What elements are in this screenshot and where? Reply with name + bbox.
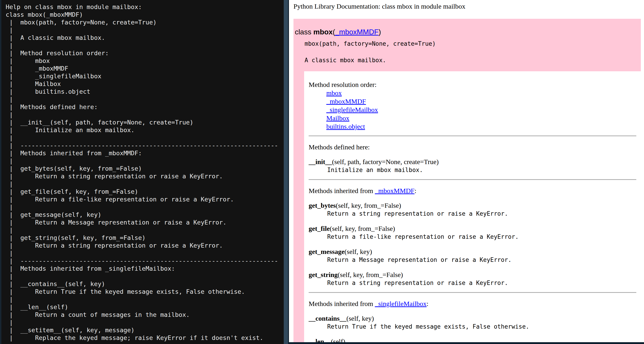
- terminal-line: | --------------------------------------…: [6, 257, 284, 265]
- mro-link[interactable]: mbox: [326, 89, 342, 97]
- mro-heading: Method resolution order:: [309, 80, 636, 89]
- terminal-line: | A classic mbox mailbox.: [6, 34, 284, 42]
- mro-link[interactable]: builtins.object: [326, 122, 365, 131]
- method-signature: get_message(self, key): [309, 247, 636, 256]
- terminal-line: | __init__(self, path, factory=None, cre…: [6, 119, 284, 126]
- mro-link[interactable]: _mboxMMDF: [326, 97, 366, 105]
- section-divider: [309, 179, 636, 180]
- method-doc: Return a Message representation or raise…: [327, 256, 636, 264]
- terminal-line: |: [6, 26, 284, 34]
- method-entry: __init__(self, path, factory=None, creat…: [309, 158, 636, 174]
- mro-link[interactable]: Mailbox: [326, 114, 350, 122]
- terminal-line: | mbox: [6, 57, 284, 65]
- inherited-class-link[interactable]: _singlefileMailbox: [375, 300, 426, 307]
- method-args: (self, path, factory=None, create=True): [332, 158, 438, 165]
- terminal-line: | Return True if the keyed message exist…: [6, 288, 284, 296]
- section-divider: [309, 136, 636, 136]
- method-name: get_string: [309, 271, 338, 278]
- method-name: __contains__: [309, 315, 346, 322]
- terminal-line: | Methods inherited from _mboxMMDF:: [6, 149, 284, 157]
- terminal-line: | Return a count of messages in the mail…: [6, 311, 284, 319]
- section-heading: Methods defined here:: [309, 143, 636, 151]
- terminal-line: |: [6, 111, 284, 119]
- terminal-pane[interactable]: Help on class mbox in module mailbox: cl…: [0, 0, 284, 344]
- terminal-line: |: [6, 249, 284, 257]
- section-heading-text: Methods inherited from: [309, 187, 375, 194]
- mro-list: mbox _mboxMMDF _singlefileMailbox Mailbo…: [326, 89, 636, 131]
- terminal-line: |: [6, 273, 284, 280]
- method-args: (self, key): [346, 315, 374, 322]
- class-name: mbox: [314, 28, 333, 36]
- terminal-line: | __len__(self): [6, 303, 284, 311]
- terminal-line: | _mboxMMDF: [6, 65, 284, 72]
- method-doc: Return a string representation or raise …: [327, 279, 636, 287]
- method-name: __init__: [309, 158, 332, 165]
- class-base-link[interactable]: _mboxMMDF: [335, 28, 378, 36]
- class-keyword: class: [295, 28, 314, 36]
- method-signature: __contains__(self, key): [309, 314, 636, 323]
- method-args: (self, key): [344, 248, 372, 255]
- terminal-line: | Return a string representation or rais…: [6, 242, 284, 249]
- method-doc: Return True if the keyed message exists,…: [327, 323, 636, 331]
- method-name: get_file: [309, 225, 330, 232]
- terminal-line: | get_bytes(self, key, from_=False): [6, 165, 284, 172]
- section-heading-suffix: :: [414, 187, 416, 194]
- method-args: (self, key, from_=False): [336, 202, 401, 209]
- terminal-line: | mbox(path, factory=None, create=True): [6, 18, 284, 26]
- method-name: get_bytes: [309, 202, 336, 209]
- terminal-line: | Methods inherited from _singlefileMail…: [6, 265, 284, 273]
- class-detail-panel: Method resolution order: mbox _mboxMMDF …: [304, 71, 641, 344]
- terminal-left-edge: [0, 0, 1, 344]
- terminal-line: |: [6, 157, 284, 165]
- terminal-line: | Replace the keyed message; raise KeyEr…: [6, 334, 284, 342]
- method-entry: get_string(self, key, from_=False) Retur…: [309, 271, 636, 287]
- terminal-line: | get_file(self, key, from_=False): [6, 188, 284, 196]
- screen: Help on class mbox in module mailbox: cl…: [0, 0, 644, 344]
- section-heading: Methods inherited from _singlefileMailbo…: [309, 300, 636, 308]
- terminal-line: | get_string(self, key, from_=False): [6, 234, 284, 242]
- section-divider: [309, 292, 636, 293]
- terminal-line: |: [6, 42, 284, 49]
- method-entry: get_file(self, key, from_=False) Return …: [309, 224, 636, 241]
- terminal-line: class mbox(_mboxMMDF): [6, 11, 284, 18]
- class-signature: mbox(path, factory=None, create=True): [304, 40, 641, 48]
- inherited-class-link[interactable]: _mboxMMDF: [375, 187, 414, 194]
- pydoc-browser-pane[interactable]: Python Library Documentation: class mbox…: [289, 0, 644, 344]
- paren-close: ): [378, 28, 381, 36]
- class-section: class mbox(_mboxMMDF) mbox(path, factory…: [294, 19, 641, 344]
- terminal-line: | Return a file-like representation or r…: [6, 196, 284, 203]
- terminal-line: | Methods defined here:: [6, 103, 284, 111]
- terminal-line: |: [6, 180, 284, 188]
- method-signature: get_string(self, key, from_=False): [309, 271, 636, 279]
- terminal-line: |: [6, 226, 284, 234]
- method-args: (self, key, from_=False): [330, 225, 395, 232]
- section-heading: Methods inherited from _mboxMMDF:: [309, 186, 636, 195]
- method-doc: Initialize an mbox mailbox.: [327, 166, 636, 174]
- method-entry: __contains__(self, key) Return True if t…: [309, 314, 636, 331]
- terminal-line: |: [6, 296, 284, 303]
- terminal-line: | builtins.object: [6, 88, 284, 95]
- method-entry: get_message(self, key) Return a Message …: [309, 247, 636, 264]
- class-heading: class mbox(_mboxMMDF): [295, 27, 641, 36]
- terminal-line: | _singlefileMailbox: [6, 72, 284, 80]
- terminal-line: | Initialize an mbox mailbox.: [6, 126, 284, 134]
- mro-link[interactable]: _singlefileMailbox: [326, 105, 378, 114]
- method-signature: get_file(self, key, from_=False): [309, 224, 636, 233]
- terminal-line: | Mailbox: [6, 80, 284, 88]
- terminal-line: | __contains__(self, key): [6, 280, 284, 288]
- section-heading-text: Methods defined here:: [309, 143, 370, 151]
- pane-divider: [284, 0, 288, 344]
- terminal-line: |: [6, 319, 284, 326]
- method-entry: get_bytes(self, key, from_=False) Return…: [309, 201, 636, 218]
- terminal-line: |: [6, 95, 284, 103]
- terminal-line: |: [6, 134, 284, 142]
- section-heading-text: Methods inherited from: [309, 300, 375, 307]
- page-title: Python Library Documentation: class mbox…: [294, 2, 465, 10]
- method-doc: Return a string representation or raise …: [327, 210, 636, 218]
- method-signature: __init__(self, path, factory=None, creat…: [309, 158, 636, 166]
- terminal-line: Help on class mbox in module mailbox:: [6, 3, 284, 11]
- terminal-line: |: [6, 203, 284, 211]
- terminal-line: | get_message(self, key): [6, 211, 284, 219]
- bottom-window-edge: [289, 342, 644, 344]
- method-doc: Return a file-like representation or rai…: [327, 233, 636, 241]
